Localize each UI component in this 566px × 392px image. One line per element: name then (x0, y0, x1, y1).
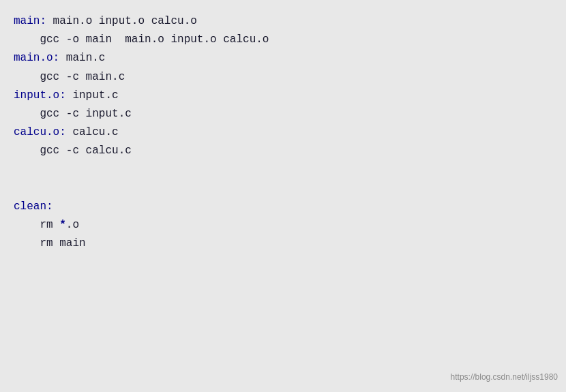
cmd-rm-main: rm main (14, 237, 86, 250)
cmd-compile-input: gcc -c input.c (14, 108, 132, 120)
wildcard-star: * (59, 219, 66, 231)
calcu-o-deps: calcu.c (66, 126, 119, 138)
line-main-rule: main: main.o input.o calcu.o (14, 12, 552, 31)
target-input-o: input.o: (14, 89, 66, 102)
cmd-link-main: gcc -o main main.o input.o calcu.o (14, 33, 269, 46)
line-input-o-rule: input.o: input.c (14, 87, 552, 105)
target-clean: clean: (14, 200, 53, 213)
cmd-compile-main: gcc -c main.c (14, 71, 125, 83)
blank-line-1 (14, 161, 552, 179)
input-o-deps: input.c (66, 89, 119, 102)
line-input-o-cmd: gcc -c input.c (14, 105, 552, 123)
line-rm-o: rm *.o (14, 216, 552, 235)
line-calcu-o-cmd: gcc -c calcu.c (14, 142, 552, 160)
cmd-compile-calcu: gcc -c calcu.c (14, 145, 132, 157)
target-calcu-o: calcu.o: (14, 126, 66, 138)
line-main-o-rule: main.o: main.c (14, 49, 552, 67)
cmd-rm-o-after: .o (66, 219, 79, 231)
line-clean-rule: clean: (14, 198, 552, 216)
line-calcu-o-rule: calcu.o: calcu.c (14, 123, 552, 142)
watermark: https://blog.csdn.net/iljss1980 (451, 370, 558, 384)
main-deps: main.o input.o calcu.o (46, 15, 197, 27)
target-main-o: main.o: (14, 52, 59, 64)
line-main-o-cmd: gcc -c main.c (14, 68, 552, 87)
blank-line-2 (14, 179, 552, 198)
line-rm-main: rm main (14, 235, 552, 253)
main-o-deps: main.c (59, 52, 105, 64)
line-main-cmd: gcc -o main main.o input.o calcu.o (14, 31, 552, 49)
target-main: main: (14, 15, 46, 27)
code-display: main: main.o input.o calcu.o gcc -o main… (0, 0, 566, 392)
cmd-rm-o-before: rm (14, 219, 59, 231)
